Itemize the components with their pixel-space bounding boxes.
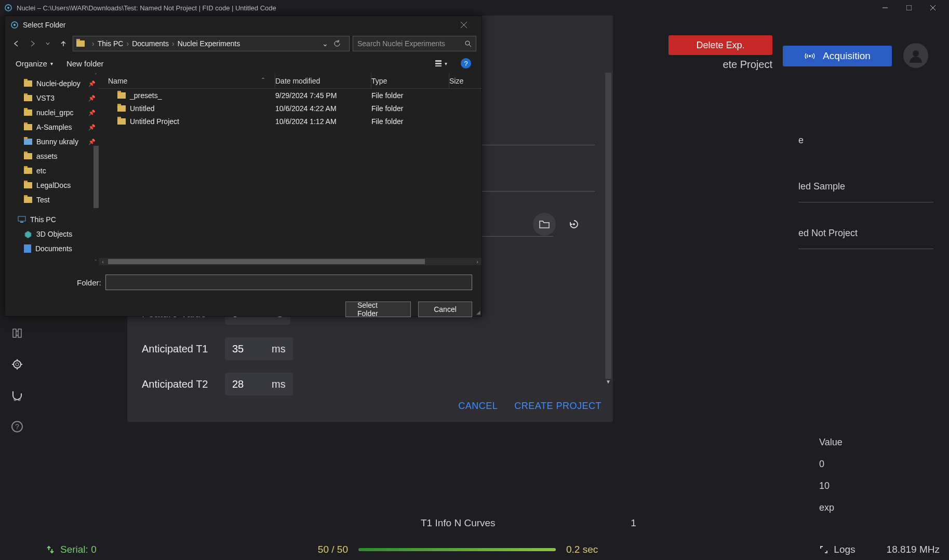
close-button[interactable] — [921, 0, 945, 16]
folder-icon — [24, 153, 32, 159]
cancel-button[interactable]: CANCEL — [458, 401, 498, 412]
create-project-button[interactable]: CREATE PROJECT — [514, 401, 602, 412]
file-type: File folder — [371, 117, 449, 126]
svg-point-12 — [14, 361, 21, 368]
delete-project-label[interactable]: ete Project — [723, 59, 772, 71]
nav-item[interactable]: Nuclei-deploy📌 — [5, 76, 99, 91]
list-item[interactable]: Untitled Project 10/6/2024 1:12 AM File … — [99, 115, 482, 128]
view-mode-button[interactable]: ▾ — [434, 59, 447, 67]
folder-icon — [24, 124, 32, 130]
new-folder-button[interactable]: New folder — [66, 59, 104, 68]
browse-folder-button[interactable] — [533, 213, 556, 236]
right-info-row-1: 10 — [819, 475, 933, 497]
select-folder-button[interactable]: Select Folder — [345, 302, 411, 317]
avatar[interactable] — [903, 43, 928, 68]
col-date[interactable]: Date modified — [275, 73, 371, 88]
svg-rect-32 — [18, 216, 25, 221]
list-item[interactable]: _presets_ 9/29/2024 7:45 PM File folder — [99, 89, 482, 102]
modal-scrollbar[interactable] — [605, 73, 611, 379]
file-name: _presets_ — [130, 91, 162, 100]
search-icon — [464, 40, 472, 47]
list-h-scrollbar[interactable]: ‹ › — [99, 258, 482, 265]
file-date: 10/6/2024 4:22 AM — [275, 104, 371, 113]
nav-item[interactable]: VST3📌 — [5, 91, 99, 105]
forward-button[interactable] — [26, 37, 38, 50]
scroll-down-icon[interactable]: ˇ — [95, 259, 97, 265]
nav-item[interactable]: LegalDocs — [5, 178, 99, 193]
svg-rect-8 — [13, 329, 16, 337]
dialog-close-button[interactable] — [461, 22, 476, 28]
scroll-left-icon[interactable]: ‹ — [99, 258, 107, 265]
pin-icon: 📌 — [88, 110, 96, 116]
gear-icon[interactable] — [11, 358, 23, 371]
nav-item[interactable]: nuclei_grpc📌 — [5, 105, 99, 120]
col-type[interactable]: Type — [371, 73, 449, 88]
time-text: 0.2 sec — [566, 544, 598, 555]
svg-rect-29 — [435, 60, 442, 62]
folder-icon — [117, 92, 126, 99]
chevron-down-icon[interactable]: ▼ — [606, 379, 611, 385]
breadcrumb[interactable]: › This PC › Documents › Nuclei Experimen… — [73, 36, 350, 51]
freq-text: 18.819 MHz — [887, 544, 940, 555]
scroll-right-icon[interactable]: › — [473, 258, 482, 265]
nav-label: VST3 — [36, 94, 55, 102]
dialog-help-icon[interactable]: ? — [461, 58, 471, 69]
nav-label: 3D Objects — [36, 230, 72, 238]
nav-item[interactable]: A-Samples📌 — [5, 120, 99, 134]
delete-exp-button[interactable]: Delete Exp. — [669, 35, 772, 55]
baby-carriage-icon[interactable] — [11, 389, 23, 402]
scroll-up-icon[interactable]: ˆ — [95, 73, 97, 79]
nav-item-documents[interactable]: Documents — [5, 241, 99, 256]
scrollbar-thumb[interactable] — [108, 259, 425, 264]
minimize-button[interactable] — [873, 0, 897, 16]
nav-item[interactable]: Bunny ukraly📌 — [5, 134, 99, 149]
dialog-toolbar: Organize ▾ New folder ▾ ? — [5, 53, 482, 73]
col-size[interactable]: Size — [449, 73, 482, 88]
refresh-button[interactable] — [333, 40, 346, 47]
folder-icon — [24, 139, 32, 145]
nav-label: Nuclei-deploy — [36, 79, 81, 88]
col-name[interactable]: Nameˆ — [99, 73, 275, 88]
folder-name-input[interactable] — [105, 275, 472, 290]
acquisition-button[interactable]: Acquisition — [783, 46, 892, 66]
t1-input[interactable] — [232, 343, 269, 355]
svg-point-24 — [14, 24, 16, 26]
tool-icon-2[interactable] — [11, 327, 23, 339]
t2-input[interactable] — [232, 378, 269, 390]
progress-bar — [358, 548, 556, 551]
organize-button[interactable]: Organize ▾ — [16, 59, 53, 68]
search-input[interactable]: Search Nuclei Experiments — [353, 36, 476, 51]
nav-item-3d[interactable]: 3D Objects — [5, 227, 99, 241]
dialog-nav-row: › This PC › Documents › Nuclei Experimen… — [5, 34, 482, 53]
folder-icon — [117, 105, 126, 112]
file-name: Untitled Project — [130, 117, 179, 126]
nav-item-this-pc[interactable]: This PC — [5, 212, 99, 227]
logs-button[interactable]: Logs — [819, 544, 855, 555]
nav-item[interactable]: etc — [5, 163, 99, 178]
window-title: Nuclei – C:\Users\WAR\Downloads\Test: Na… — [17, 4, 276, 12]
recent-dropdown[interactable] — [42, 37, 54, 50]
sync-icon — [46, 545, 55, 554]
resize-handle-icon[interactable]: ◢ — [476, 309, 480, 315]
nav-item[interactable]: assets — [5, 149, 99, 163]
folder-icon — [76, 40, 85, 47]
restore-icon[interactable] — [564, 214, 584, 235]
nav-scrollbar[interactable] — [93, 146, 99, 208]
up-button[interactable] — [57, 37, 70, 50]
folder-icon — [24, 197, 32, 203]
window-titlebar: Nuclei – C:\Users\WAR\Downloads\Test: Na… — [0, 0, 949, 16]
breadcrumb-item-2[interactable]: Nuclei Experiments — [178, 39, 240, 48]
breadcrumb-item-0[interactable]: This PC — [98, 39, 124, 48]
help-icon[interactable]: ? — [11, 420, 23, 433]
maximize-button[interactable] — [897, 0, 921, 16]
chevron-down-icon[interactable]: ⌄ — [322, 39, 328, 48]
breadcrumb-item-1[interactable]: Documents — [132, 39, 169, 48]
nav-item[interactable]: Test — [5, 193, 99, 207]
cancel-button[interactable]: Cancel — [418, 302, 472, 317]
pin-icon: 📌 — [88, 124, 96, 131]
file-type: File folder — [371, 104, 449, 113]
t2-label: Anticipated T2 — [142, 378, 225, 390]
list-item[interactable]: Untitled 10/6/2024 4:22 AM File folder — [99, 102, 482, 115]
right-panel: e led Sample ed Not Project — [798, 125, 933, 265]
back-button[interactable] — [10, 37, 23, 50]
